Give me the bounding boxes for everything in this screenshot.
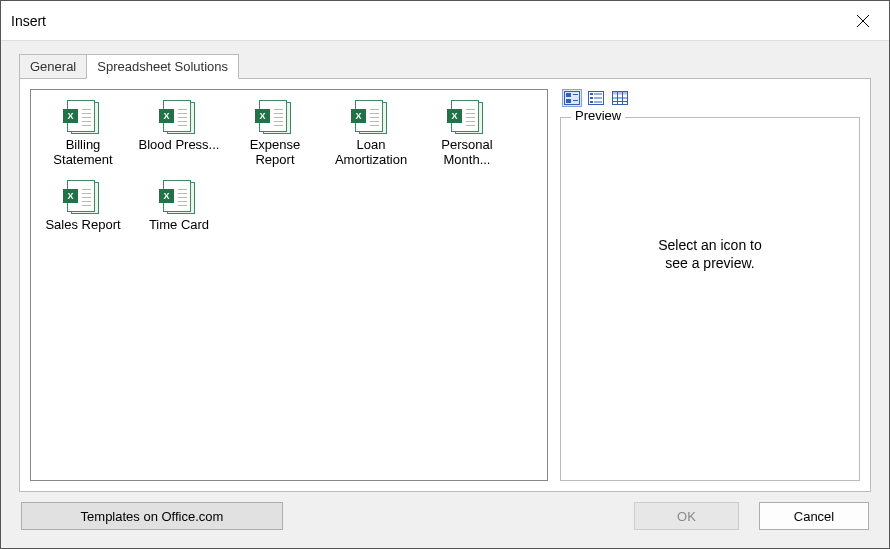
templates-online-button[interactable]: Templates on Office.com xyxy=(21,502,283,530)
svg-rect-5 xyxy=(566,99,571,103)
view-details-button[interactable] xyxy=(610,89,630,107)
excel-template-icon: X xyxy=(161,180,197,216)
tabstrip: General Spreadsheet Solutions xyxy=(19,53,871,78)
svg-rect-15 xyxy=(613,92,628,95)
tab-panel: X Billing Statement X Blood Press... xyxy=(19,78,871,492)
template-list[interactable]: X Billing Statement X Blood Press... xyxy=(30,89,548,481)
template-time-card[interactable]: X Time Card xyxy=(131,178,227,258)
svg-rect-8 xyxy=(590,93,593,95)
close-button[interactable] xyxy=(845,7,881,35)
details-icon xyxy=(612,91,628,105)
window-title: Insert xyxy=(11,13,46,29)
template-personal-monthly[interactable]: X Personal Month... xyxy=(419,98,515,178)
svg-rect-11 xyxy=(594,98,602,99)
svg-rect-4 xyxy=(573,94,578,95)
template-label: Billing Statement xyxy=(37,138,129,168)
excel-template-icon: X xyxy=(449,100,485,136)
view-large-icons-button[interactable] xyxy=(562,89,582,107)
template-loan-amortization[interactable]: X Loan Amortization xyxy=(323,98,419,178)
template-expense-report[interactable]: X Expense Report xyxy=(227,98,323,178)
svg-rect-10 xyxy=(590,97,593,99)
template-label: Loan Amortization xyxy=(325,138,417,168)
insert-dialog: Insert General Spreadsheet Solutions X B… xyxy=(0,0,890,549)
svg-rect-6 xyxy=(573,100,578,101)
excel-template-icon: X xyxy=(353,100,389,136)
svg-rect-13 xyxy=(594,102,602,103)
template-billing-statement[interactable]: X Billing Statement xyxy=(35,98,131,178)
preview-placeholder: Select an icon to see a preview. xyxy=(658,236,762,272)
list-icon xyxy=(588,91,604,105)
excel-template-icon: X xyxy=(65,100,101,136)
ok-button: OK xyxy=(634,502,739,530)
button-row: Templates on Office.com OK Cancel xyxy=(19,492,871,536)
template-label: Blood Press... xyxy=(139,138,220,153)
svg-rect-3 xyxy=(566,93,571,97)
excel-template-icon: X xyxy=(161,100,197,136)
svg-rect-9 xyxy=(594,94,602,95)
view-list-button[interactable] xyxy=(586,89,606,107)
template-label: Time Card xyxy=(149,218,209,233)
preview-column: Preview Select an icon to see a preview. xyxy=(560,89,860,481)
preview-box: Preview Select an icon to see a preview. xyxy=(560,117,860,481)
template-sales-report[interactable]: X Sales Report xyxy=(35,178,131,258)
dialog-body: General Spreadsheet Solutions X Billing … xyxy=(1,41,889,548)
large-icons-icon xyxy=(564,91,580,105)
preview-label: Preview xyxy=(571,108,625,123)
template-label: Personal Month... xyxy=(421,138,513,168)
cancel-button[interactable]: Cancel xyxy=(759,502,869,530)
titlebar: Insert xyxy=(1,1,889,41)
tab-spreadsheet-solutions[interactable]: Spreadsheet Solutions xyxy=(86,54,239,79)
template-label: Sales Report xyxy=(45,218,120,233)
template-label: Expense Report xyxy=(229,138,321,168)
excel-template-icon: X xyxy=(257,100,293,136)
excel-template-icon: X xyxy=(65,180,101,216)
close-icon xyxy=(856,14,870,28)
tab-general[interactable]: General xyxy=(19,54,87,79)
template-blood-pressure[interactable]: X Blood Press... xyxy=(131,98,227,178)
svg-rect-12 xyxy=(590,101,593,103)
